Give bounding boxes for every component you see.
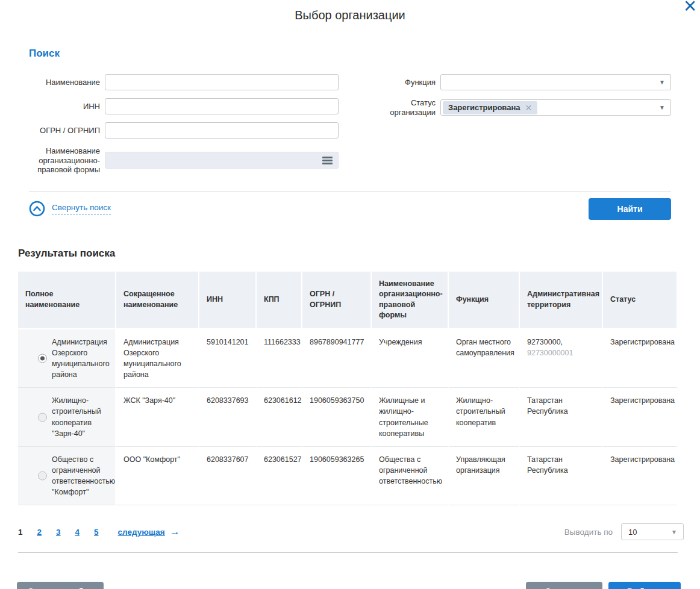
function-select[interactable]: ▼ [440, 74, 671, 90]
col-header-kpp: КПП [257, 272, 302, 329]
table-row[interactable]: Администрация Озерского муниципального р… [18, 329, 678, 388]
status-chip-label: Зарегистрирована [448, 103, 520, 112]
cell-territory: Татарстан Республика [520, 447, 603, 506]
cell-function: Управляющая организация [449, 447, 520, 506]
table-header-row: Полное наименование Сокращенное наименов… [18, 272, 678, 329]
search-section-title: Поиск [29, 48, 700, 60]
next-page-link[interactable]: следующая → [118, 526, 180, 538]
ogrn-label: ОГРН / ОГРНИП [18, 126, 100, 136]
cell-opf: Жилищные и жилищно-строительные кооперат… [372, 388, 449, 447]
cell-status: Зарегистрирована [603, 388, 678, 447]
arrow-right-icon: → [170, 526, 180, 538]
chip-remove-icon[interactable]: ✕ [525, 103, 533, 113]
results-table: Полное наименование Сокращенное наименов… [18, 272, 678, 506]
collapse-search-link[interactable]: Свернуть поиск [29, 201, 111, 217]
cell-full-name: Администрация Озерского муниципального р… [52, 338, 110, 379]
close-icon[interactable]: × [684, 0, 696, 17]
territory-code: 92730000, [527, 338, 563, 346]
cell-kpp: 623061527 [257, 447, 302, 506]
opf-field[interactable] [105, 152, 339, 169]
clear-selection-button[interactable]: Очистить выбор [17, 582, 104, 589]
status-label: Статус организации [364, 98, 436, 117]
page-size-label: Выводить по [564, 528, 613, 537]
cell-opf: Общества с ограниченной ответственностью [372, 447, 449, 506]
row-radio[interactable] [38, 413, 47, 422]
territory-code-extra: 92730000001 [527, 349, 573, 357]
cancel-button[interactable]: Отменить [526, 582, 602, 589]
page-current: 1 [18, 528, 23, 537]
inn-label: ИНН [18, 102, 100, 111]
footer-divider [18, 552, 678, 553]
cell-territory: 92730000, 92730000001 [520, 329, 603, 388]
cell-territory: Татарстан Республика [520, 388, 603, 447]
search-divider [29, 191, 671, 192]
cell-full-name: Жилищно-строительный кооператив "Заря-40… [52, 396, 101, 437]
table-row[interactable]: Общество с ограниченной ответственностью… [18, 447, 678, 506]
cell-opf: Учреждения [372, 329, 449, 388]
dialog-title: Выбор организации [0, 0, 700, 22]
page-size-select[interactable]: 10 ▼ [621, 523, 684, 540]
col-header-inn: ИНН [199, 272, 257, 329]
cell-kpp: 623061612 [257, 388, 302, 447]
cell-function: Орган местного самоуправления [449, 329, 520, 388]
ogrn-input[interactable] [105, 122, 339, 139]
name-input[interactable] [105, 74, 339, 90]
find-button[interactable]: Найти [589, 198, 671, 220]
col-header-short-name: Сокращенное наименование [116, 272, 199, 329]
collapse-search-label: Свернуть поиск [52, 203, 111, 214]
results-section-title: Результаты поиска [18, 248, 700, 260]
chevron-up-circle-icon [29, 201, 45, 217]
search-form-right-column: Функция ▼ Статус организации Зарегистрир… [364, 74, 671, 182]
row-radio-selected[interactable] [38, 354, 47, 363]
row-radio[interactable] [38, 472, 47, 481]
page-link-5[interactable]: 5 [94, 528, 99, 537]
search-form: Наименование ИНН ОГРН / ОГРНИП Наименова… [18, 74, 671, 182]
inn-input[interactable] [105, 98, 339, 114]
cell-short-name: Администрация Озерского муниципального р… [116, 329, 199, 388]
col-header-opf: Наименование организационно-правовой фор… [372, 272, 449, 329]
select-button[interactable]: Выбрать [608, 582, 681, 589]
cell-status: Зарегистрирована [603, 329, 678, 388]
page-link-4[interactable]: 4 [75, 528, 80, 537]
cell-inn: 6208337607 [199, 447, 257, 506]
table-row[interactable]: Жилищно-строительный кооператив "Заря-40… [18, 388, 678, 447]
col-header-status: Статус [603, 272, 678, 329]
cell-ogrn: 8967890941777 [302, 329, 372, 388]
menu-icon [322, 157, 333, 158]
cell-short-name: ЖСК "Заря-40" [116, 388, 199, 447]
chevron-down-icon: ▼ [659, 79, 665, 86]
pagination: 1 2 3 4 5 следующая → [18, 526, 180, 538]
col-header-ogrn: ОГРН / ОГРНИП [302, 272, 372, 329]
cell-ogrn: 1906059363750 [302, 388, 372, 447]
name-label: Наименование [18, 78, 100, 87]
chevron-down-icon: ▼ [659, 104, 665, 111]
next-page-label: следующая [118, 528, 165, 537]
cell-ogrn: 1906059363265 [302, 447, 372, 506]
cell-kpp: 111662333 [257, 329, 302, 388]
cell-status: Зарегистрирована [603, 447, 678, 506]
opf-label: Наименование организационно-правовой фор… [18, 146, 100, 175]
cell-function: Жилищно-строительный кооператив [449, 388, 520, 447]
col-header-full-name: Полное наименование [18, 272, 116, 329]
search-form-left-column: Наименование ИНН ОГРН / ОГРНИП Наименова… [18, 74, 339, 182]
cell-full-name: Общество с ограниченной ответственностью… [52, 455, 115, 496]
cell-short-name: ООО "Комфорт" [116, 447, 199, 506]
col-header-territory: Административная территория [520, 272, 603, 329]
page-link-3[interactable]: 3 [56, 528, 61, 537]
chevron-down-icon: ▼ [671, 529, 677, 535]
cell-inn: 5910141201 [199, 329, 257, 388]
page-size-value: 10 [628, 528, 637, 537]
status-chip: Зарегистрирована ✕ [443, 101, 537, 114]
function-label: Функция [364, 78, 436, 87]
page-link-2[interactable]: 2 [37, 528, 42, 537]
col-header-function: Функция [449, 272, 520, 329]
cell-inn: 6208337693 [199, 388, 257, 447]
status-select[interactable]: Зарегистрирована ✕ ▼ [440, 99, 671, 116]
